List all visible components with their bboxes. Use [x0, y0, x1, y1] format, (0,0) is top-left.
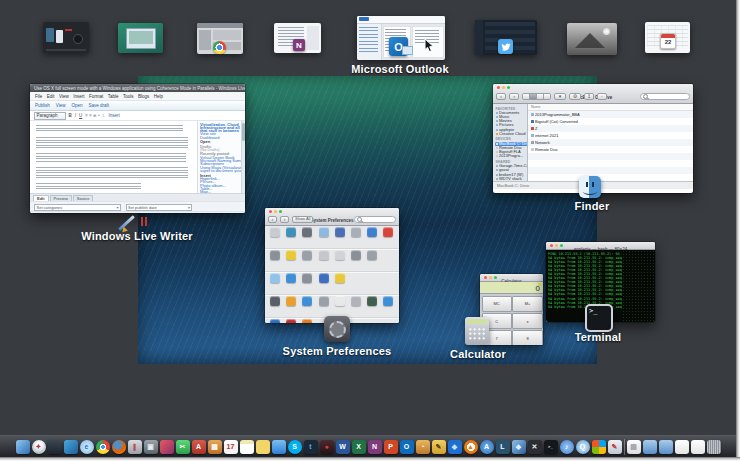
wlw-sidebar: Virtualization, CloudInfrastructure and …	[197, 121, 241, 193]
pref-bluetooth: Bluetooth	[316, 273, 332, 294]
window-calculator[interactable]: Calculator 0 MCM+M−MRC±÷×789−456+123=0.	[480, 274, 543, 345]
window-system-preferences[interactable]: System Preferences ‹ › Show All GeneralD…	[265, 208, 399, 323]
dock-trash[interactable]	[707, 440, 721, 454]
window-label-calculator: Calculator	[438, 348, 518, 360]
space-thumb-onenote[interactable]: N	[274, 23, 321, 53]
dock-folder-documents[interactable]	[659, 440, 673, 454]
dock-word[interactable]: W	[336, 440, 350, 454]
wlw-menu-item: Table	[108, 94, 119, 99]
dock-documents[interactable]: ▤	[627, 440, 641, 454]
dock-snip-tool[interactable]: ✂	[176, 440, 190, 454]
pref-spotlight: Spotlight	[364, 227, 380, 248]
dock-finder[interactable]	[16, 440, 30, 454]
align-icons: ≡ ≡ ≣ • ⒈	[85, 113, 105, 118]
dock-camera-app[interactable]: ●	[320, 440, 334, 454]
dock-palette[interactable]: ◔	[416, 440, 430, 454]
dock-folder-downloads[interactable]	[643, 440, 657, 454]
space-thumb-outlook[interactable]: O	[357, 16, 445, 60]
space-thumb-twitter[interactable]	[475, 20, 537, 55]
pref-pane-icon	[270, 273, 280, 283]
dock-dictionary[interactable]: A	[192, 440, 206, 454]
thumb-bottom-strip	[46, 49, 86, 51]
pref-flash: Flash Player	[283, 319, 299, 323]
dock-diamond-app[interactable]: ◆	[512, 440, 526, 454]
dock-dropbox[interactable]: ◆	[448, 440, 462, 454]
calculator-key: M+	[512, 296, 542, 313]
dock-pen-tool[interactable]: ✎	[432, 440, 446, 454]
dock-itunes[interactable]: ♪	[560, 440, 574, 454]
pref-network: Network	[299, 273, 315, 294]
calculator-icon[interactable]	[465, 317, 489, 345]
dock-preview[interactable]: ▣	[144, 440, 158, 454]
pref-mission-control: Mission Control	[316, 227, 332, 248]
dock-messages[interactable]	[272, 440, 286, 454]
space-thumb-photo-desktop[interactable]	[567, 23, 617, 55]
dock-internet-explorer[interactable]: e	[80, 440, 94, 454]
wlw-insert-button: Insert	[108, 113, 119, 118]
thumb-content-block	[213, 30, 241, 40]
space-label-outlook: Microsoft Outlook	[340, 63, 460, 75]
dock-contacts[interactable]: ▤	[208, 440, 222, 454]
pref-pane-icon	[335, 273, 345, 283]
terminal-icon[interactable]: >_	[585, 304, 613, 332]
outlook-envelope	[402, 46, 413, 55]
file-icon	[531, 148, 534, 151]
pref-dictation: Dictation & Speech	[316, 296, 332, 317]
wlw-paragraph	[36, 183, 141, 191]
dock-x11[interactable]: ✕	[528, 440, 542, 454]
finder-icon[interactable]	[579, 176, 601, 198]
dock-separator[interactable]	[624, 439, 625, 455]
sidebar-item-icon	[496, 169, 499, 171]
dock-calendar[interactable]: 17	[224, 440, 238, 454]
dock-twitter[interactable]: t	[304, 440, 318, 454]
dock-app-store[interactable]: A	[480, 440, 494, 454]
dock-terminal[interactable]: >_	[544, 440, 558, 454]
window-windows-live-writer[interactable]: Use OS X full screen mode with a Windows…	[30, 84, 245, 213]
dock-stack-2[interactable]	[691, 440, 705, 454]
finder-file-row: Bigstuff (Cat) Converted 21 April 2014	[528, 118, 693, 125]
dock-remote-desktop[interactable]	[48, 440, 62, 454]
dock-logic[interactable]: L	[496, 440, 510, 454]
pref-pane-icon	[383, 227, 393, 237]
system-preferences-icon[interactable]	[324, 316, 350, 342]
space-thumb-calendar[interactable]: 22	[645, 22, 690, 53]
dock-vm-app[interactable]	[64, 440, 78, 454]
wlw-publish-button: Publish	[35, 103, 50, 108]
dock-firefox[interactable]	[112, 440, 126, 454]
wlw-style-dropdown: Paragraph	[34, 112, 66, 120]
dock-onenote[interactable]: N	[368, 440, 382, 454]
dock-quicktime[interactable]: Q	[576, 440, 590, 454]
dock-media-app[interactable]	[160, 440, 174, 454]
pref-pane-icon	[286, 319, 296, 323]
dock-outlook[interactable]: O	[400, 440, 414, 454]
wlw-view-tabs: EditPreviewSource	[30, 193, 245, 201]
dock-skype[interactable]: S	[288, 440, 302, 454]
space-thumb-dark-desktop[interactable]	[43, 22, 89, 53]
gear-icon	[329, 321, 346, 338]
finder-sidebar-item: 2013Progra...	[495, 154, 529, 158]
dock-windows[interactable]	[592, 440, 606, 454]
dock-parallels[interactable]: ∥	[128, 440, 142, 454]
dock-stickies[interactable]	[256, 440, 270, 454]
dock-powerpoint[interactable]: P	[384, 440, 398, 454]
sysprefs-grid: GeneralDesktop & Screen SaverDockMission…	[265, 226, 399, 323]
pref-pane-icon	[383, 296, 393, 306]
dock-chrome[interactable]	[96, 440, 110, 454]
dock-live-writer[interactable]: ✎	[608, 440, 622, 454]
pref-pane-icon	[270, 250, 280, 260]
pref-notifications: Notifications	[380, 227, 396, 248]
space-thumb-chrome[interactable]	[197, 23, 243, 54]
dock-vlc[interactable]: ▲	[464, 440, 478, 454]
dock-safari[interactable]: ✦	[32, 440, 46, 454]
finder-file-row: Network --	[528, 139, 693, 146]
tags-button: ◦	[597, 93, 607, 100]
pref-accessibility: Accessibility	[380, 296, 396, 317]
calculator-key: ±	[512, 313, 542, 330]
dock-excel[interactable]: X	[352, 440, 366, 454]
space-thumb-green-desktop[interactable]	[118, 23, 163, 53]
dock-notes[interactable]	[240, 440, 254, 454]
pref-sharing: Sharing	[332, 273, 348, 294]
pref-pane-icon	[286, 296, 296, 306]
finder-sidebar: FAVORITES Documents Music Movies Picture…	[493, 104, 528, 181]
dock-stack-1[interactable]	[675, 440, 689, 454]
